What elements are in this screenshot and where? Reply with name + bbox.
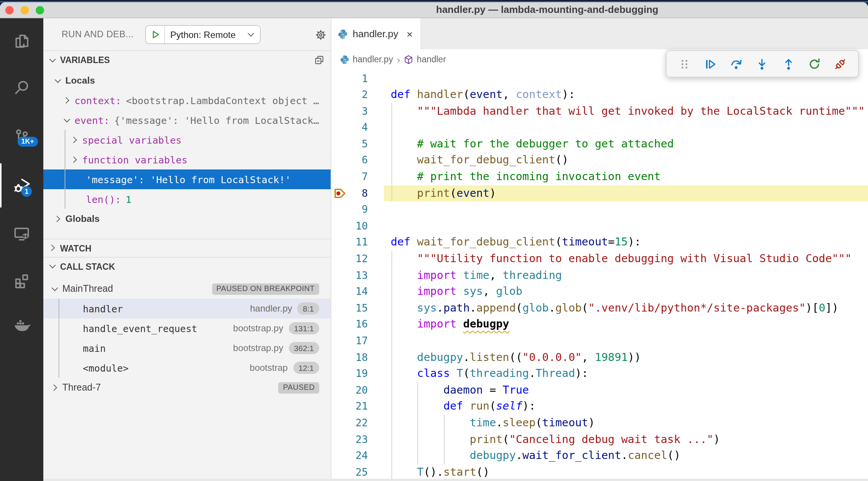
editor-gutter[interactable]: 13 bbox=[331, 267, 391, 283]
breadcrumb-item-symbol[interactable]: handler bbox=[404, 54, 446, 64]
code-line[interactable]: 21 def run(self): bbox=[331, 399, 868, 415]
code-line[interactable]: 22 time.sleep(timeout) bbox=[331, 415, 868, 431]
extensions-button[interactable] bbox=[0, 262, 43, 299]
launch-config-control[interactable]: Python: Remote bbox=[145, 25, 261, 44]
code-line[interactable]: 8 print(event) bbox=[331, 185, 868, 201]
code-line[interactable]: 9 bbox=[331, 202, 868, 218]
call-stack-frame-row[interactable]: <module>bootstrap12:1 bbox=[43, 358, 331, 378]
editor-gutter[interactable]: 9 bbox=[331, 202, 391, 218]
editor-gutter[interactable]: 7 bbox=[331, 169, 391, 185]
code-line[interactable]: 2def handler(event, context): bbox=[331, 87, 868, 103]
collapse-all-button[interactable] bbox=[312, 53, 326, 67]
settings-gear-button[interactable] bbox=[311, 18, 331, 51]
breakpoint-current-icon[interactable] bbox=[334, 187, 347, 199]
variable-row[interactable]: 'message': 'Hello from LocalStack!' bbox=[43, 169, 331, 189]
start-debugging-button[interactable] bbox=[146, 26, 165, 43]
editor-gutter[interactable]: 17 bbox=[331, 333, 391, 349]
editor-gutter[interactable]: 2 bbox=[331, 87, 391, 103]
editor-gutter[interactable]: 8 bbox=[331, 185, 391, 201]
code-line[interactable]: 23 print("Canceling debug wait task ..."… bbox=[331, 431, 868, 448]
remote-explorer-button[interactable] bbox=[0, 215, 43, 252]
variable-row[interactable]: function variables bbox=[43, 150, 331, 169]
variables-pane-header[interactable]: VARIABLES bbox=[43, 51, 331, 69]
editor-gutter[interactable]: 22 bbox=[331, 415, 391, 431]
code-line[interactable]: 15 sys.path.append(glob.glob(".venv/lib/… bbox=[331, 300, 868, 316]
zoom-button[interactable] bbox=[36, 6, 44, 14]
variable-row[interactable]: special variables bbox=[43, 130, 331, 150]
code-line[interactable]: 7 # print the incoming invocation event bbox=[331, 169, 868, 185]
restart-button[interactable] bbox=[803, 53, 826, 74]
call-stack-thread-row[interactable]: MainThreadPAUSED ON BREAKPOINT bbox=[43, 279, 331, 299]
code-line[interactable]: 3 """Lambda handler that will get invoke… bbox=[331, 103, 868, 119]
variable-row[interactable]: Locals bbox=[43, 71, 331, 90]
continue-button[interactable] bbox=[699, 53, 722, 74]
variable-row[interactable]: len():1 bbox=[43, 189, 331, 209]
editor-gutter[interactable]: 10 bbox=[331, 218, 391, 234]
editor-gutter[interactable]: 19 bbox=[331, 365, 391, 382]
editor-gutter[interactable]: 20 bbox=[331, 382, 391, 399]
call-stack-frame-row[interactable]: handlerhandler.py8:1 bbox=[43, 299, 331, 318]
variable-name: len(): bbox=[86, 193, 121, 205]
code-line[interactable]: 13 import time, threading bbox=[331, 267, 868, 283]
code-line[interactable]: 18 debugpy.listen(("0.0.0.0", 19891)) bbox=[331, 349, 868, 365]
variable-row[interactable]: event:{'message': 'Hello from LocalStack… bbox=[43, 110, 331, 130]
docker-button[interactable] bbox=[0, 306, 43, 343]
editor-gutter[interactable]: 4 bbox=[331, 120, 391, 136]
search-button[interactable] bbox=[0, 69, 43, 106]
editor-gutter[interactable]: 12 bbox=[331, 251, 391, 267]
call-stack-thread-row[interactable]: Thread-7PAUSED bbox=[43, 378, 331, 397]
code-line[interactable]: 5 # wait for the debugger to get attache… bbox=[331, 136, 868, 152]
code-line[interactable]: 24 debugpy.wait_for_client.cancel() bbox=[331, 448, 868, 464]
editor-gutter[interactable]: 23 bbox=[331, 431, 391, 448]
drag-handle-button[interactable] bbox=[673, 53, 695, 74]
minimize-button[interactable] bbox=[21, 6, 29, 14]
search-icon bbox=[13, 79, 30, 96]
close-tab-icon[interactable]: × bbox=[405, 28, 414, 40]
variable-row[interactable]: context:<bootstrap.LambdaContext object … bbox=[43, 90, 331, 110]
tab-handler-py[interactable]: handler.py × bbox=[331, 18, 420, 49]
code-line[interactable]: 11def wait_for_debug_client(timeout=15): bbox=[331, 234, 868, 251]
editor-gutter[interactable]: 21 bbox=[331, 399, 391, 415]
editor-gutter[interactable]: 14 bbox=[331, 283, 391, 300]
editor-gutter[interactable]: 15 bbox=[331, 300, 391, 316]
code-line[interactable]: 20 daemon = True bbox=[331, 382, 868, 399]
code-line[interactable]: 17 bbox=[331, 333, 868, 349]
code-line[interactable]: 4 bbox=[331, 120, 868, 136]
call-stack-frame-row[interactable]: handle_event_requestbootstrap.py131:1 bbox=[43, 318, 331, 338]
code-line[interactable]: 19 class T(threading.Thread): bbox=[331, 365, 868, 382]
variable-row[interactable]: Globals bbox=[43, 209, 331, 229]
disconnect-button[interactable] bbox=[829, 53, 852, 74]
watch-pane-header[interactable]: WATCH bbox=[43, 239, 331, 257]
code-line[interactable]: 12 """Utility function to enable debuggi… bbox=[331, 251, 868, 267]
explorer-button[interactable] bbox=[0, 23, 43, 59]
code-line[interactable]: 16 import debugpy bbox=[331, 316, 868, 333]
run-and-debug-button[interactable]: 1 bbox=[0, 167, 43, 204]
code-line[interactable]: 6 wait_for_debug_client() bbox=[331, 152, 868, 169]
step-into-button[interactable] bbox=[751, 53, 774, 74]
code-line[interactable]: 10 bbox=[331, 218, 868, 234]
editor-gutter[interactable]: 18 bbox=[331, 349, 391, 365]
chevron-down-icon[interactable] bbox=[247, 31, 255, 38]
code-text: def handler(event, context): bbox=[391, 87, 575, 103]
call-stack-pane-header[interactable]: CALL STACK bbox=[43, 257, 331, 275]
editor-gutter[interactable]: 3 bbox=[331, 103, 391, 119]
editor-gutter[interactable]: 24 bbox=[331, 448, 391, 464]
source-control-button[interactable]: 1K+ bbox=[0, 118, 43, 154]
code-editor[interactable]: 12def handler(event, context):3 """Lambd… bbox=[331, 70, 868, 481]
editor-gutter[interactable]: 5 bbox=[331, 136, 391, 152]
code-line[interactable]: 14 import sys, glob bbox=[331, 283, 868, 300]
line-number: 18 bbox=[331, 349, 391, 365]
call-stack-frame-row[interactable]: mainbootstrap.py362:1 bbox=[43, 338, 331, 358]
breadcrumb-item-file[interactable]: handler.py bbox=[340, 54, 393, 64]
editor-gutter[interactable]: 11 bbox=[331, 234, 391, 251]
step-over-button[interactable] bbox=[725, 53, 748, 74]
chevron-down-icon bbox=[63, 116, 71, 124]
editor-gutter[interactable]: 6 bbox=[331, 152, 391, 169]
editor-gutter[interactable]: 1 bbox=[331, 70, 391, 87]
close-button[interactable] bbox=[5, 6, 14, 14]
tree-indent-guide bbox=[64, 130, 65, 209]
title-bar[interactable]: handler.py — lambda-mounting-and-debuggi… bbox=[0, 2, 868, 18]
launch-config-label[interactable]: Python: Remote bbox=[165, 29, 247, 40]
step-out-button[interactable] bbox=[777, 53, 800, 74]
editor-gutter[interactable]: 16 bbox=[331, 316, 391, 333]
